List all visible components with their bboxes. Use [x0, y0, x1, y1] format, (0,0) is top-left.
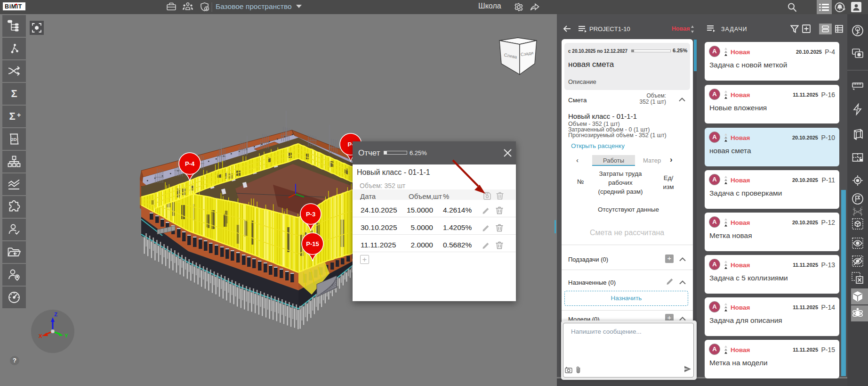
svg-text:X: X — [39, 333, 42, 339]
svg-text:2: 2 — [861, 206, 863, 209]
svg-text:Y: Y — [64, 333, 68, 338]
svg-text:P-4: P-4 — [185, 160, 195, 167]
svg-text:Z: Z — [54, 312, 57, 317]
svg-text:P-15: P-15 — [306, 240, 319, 247]
svg-text:P-3: P-3 — [306, 211, 315, 218]
